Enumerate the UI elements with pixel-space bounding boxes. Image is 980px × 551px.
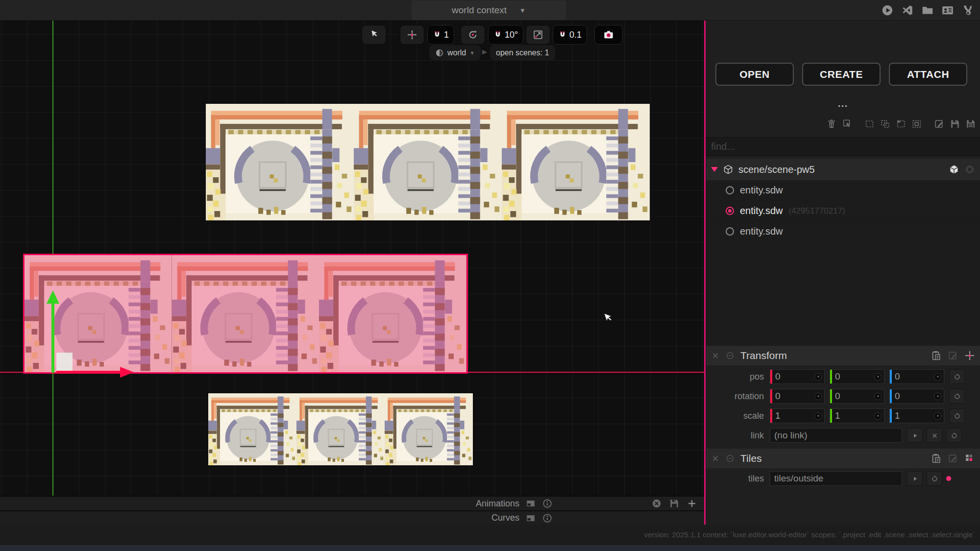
edit-icon[interactable] <box>934 119 945 129</box>
snap-rotate-button[interactable]: 10° <box>488 25 523 45</box>
curves-row[interactable]: Curves <box>0 510 704 525</box>
tile-strip-top[interactable] <box>206 104 650 220</box>
rotation-z-field[interactable]: 0 <box>889 389 944 404</box>
collapse-icon[interactable] <box>726 351 735 360</box>
reset-pos-button[interactable] <box>949 369 965 384</box>
luxe-logo-icon[interactable] <box>961 4 974 17</box>
curves-label: Curves <box>461 513 519 523</box>
snap-move-button[interactable]: 1 <box>427 25 454 45</box>
status-text: version: 2025.1.1 context: `luxe.editor.… <box>644 530 975 539</box>
rotation-x-field[interactable]: 0 <box>770 389 825 404</box>
tiles-grid-icon[interactable] <box>964 453 975 464</box>
close-circle-icon[interactable] <box>651 498 662 509</box>
drag-knob[interactable] <box>874 373 882 381</box>
select-inner-icon[interactable] <box>911 119 922 129</box>
animations-row[interactable]: Animations <box>0 496 704 510</box>
entity-row-selected[interactable]: entity.sdw (42951770217) <box>706 201 980 221</box>
drag-knob[interactable] <box>934 393 941 400</box>
open-button[interactable]: OPEN <box>715 63 794 86</box>
drag-knob[interactable] <box>934 412 941 420</box>
drag-knob[interactable] <box>814 412 822 420</box>
radio-icon[interactable] <box>726 186 734 194</box>
paste-icon[interactable] <box>931 453 942 464</box>
drag-knob[interactable] <box>874 393 882 400</box>
drag-knob[interactable] <box>934 373 941 381</box>
entity-row[interactable]: entity.sdw <box>706 221 980 242</box>
scene-root-row[interactable]: scene/scene-pw5 <box>706 159 980 180</box>
pos-y-field[interactable]: 0 <box>830 369 884 384</box>
trash-icon[interactable] <box>826 119 837 129</box>
world-selector[interactable]: world ▼ <box>429 45 481 60</box>
link-field[interactable]: (no link) <box>770 428 902 443</box>
paste-icon[interactable] <box>931 350 942 361</box>
tile-strip-bottom[interactable] <box>208 393 473 465</box>
overflow-menu[interactable]: ... <box>706 99 980 109</box>
link-clear-button[interactable] <box>927 428 942 443</box>
reset-scale-button[interactable] <box>949 408 965 423</box>
world-context-selector[interactable]: world context ▼ <box>412 0 566 20</box>
remove-component-icon[interactable] <box>711 454 720 463</box>
gizmo-x-arrow[interactable] <box>56 366 135 378</box>
play-circle-icon[interactable] <box>881 4 894 17</box>
radio-icon[interactable] <box>726 227 734 236</box>
id-card-icon[interactable] <box>941 4 954 17</box>
edit-icon[interactable] <box>948 350 958 361</box>
scale-z-field[interactable]: 1 <box>889 408 944 423</box>
save-all-icon[interactable] <box>965 119 976 129</box>
folder-icon[interactable] <box>921 4 934 17</box>
save-icon[interactable] <box>950 119 960 129</box>
scale-y-field[interactable]: 1 <box>830 408 884 423</box>
scale-x-field[interactable]: 1 <box>770 408 825 423</box>
gizmo-y-arrow[interactable] <box>46 290 60 374</box>
scale-icon <box>533 29 543 40</box>
pos-z-field[interactable]: 0 <box>889 369 944 384</box>
edit-icon[interactable] <box>948 453 958 464</box>
rotation-y-field[interactable]: 0 <box>830 389 884 404</box>
snap-scale-value: 0.1 <box>569 30 582 40</box>
snap-scale-button[interactable]: 0.1 <box>553 25 587 45</box>
drag-knob[interactable] <box>874 412 882 420</box>
drag-knob[interactable] <box>814 393 822 400</box>
entity-row[interactable]: entity.sdw <box>706 180 980 201</box>
collapse-icon[interactable] <box>726 454 735 463</box>
gizmo-icon[interactable] <box>964 350 975 361</box>
scale-tool-button[interactable] <box>526 25 550 45</box>
save-icon[interactable] <box>669 498 680 509</box>
panel-icon[interactable] <box>525 498 536 509</box>
panel-icon[interactable] <box>525 513 536 524</box>
reset-rotation-button[interactable] <box>949 389 965 404</box>
rotate-tool-button[interactable] <box>461 25 485 45</box>
remove-component-icon[interactable] <box>711 351 720 360</box>
drag-knob[interactable] <box>814 373 822 381</box>
move-icon <box>407 29 417 40</box>
world-viewport[interactable]: 1 10° 0.1 world ▼ ▶ open scenes: 1 <box>0 21 704 496</box>
select-corner-icon[interactable] <box>896 119 906 129</box>
reset-link-button[interactable] <box>946 428 962 443</box>
link-go-button[interactable] <box>907 428 923 443</box>
select-dashed-icon[interactable] <box>864 119 875 129</box>
close-scene-icon[interactable] <box>964 164 975 175</box>
pos-x-field[interactable]: 0 <box>770 369 825 384</box>
top-bar: world context ▼ <box>0 0 980 21</box>
tiles-field[interactable]: tiles/outside <box>770 471 902 486</box>
reset-tiles-button[interactable] <box>927 471 942 486</box>
info-icon[interactable] <box>542 498 553 509</box>
info-icon[interactable] <box>542 513 553 524</box>
expand-triangle-icon[interactable] <box>711 167 718 172</box>
vscode-icon[interactable] <box>901 4 914 17</box>
package-icon[interactable] <box>949 164 959 175</box>
tile-strip-selected[interactable] <box>23 254 468 374</box>
panel-divider[interactable] <box>704 21 706 525</box>
duplicate-icon[interactable] <box>842 119 853 129</box>
radio-selected-icon[interactable] <box>726 207 734 215</box>
attach-button[interactable]: ATTACH <box>889 63 967 86</box>
find-input[interactable] <box>706 137 980 156</box>
camera-button[interactable] <box>594 25 623 45</box>
select-tool-button[interactable] <box>362 25 386 45</box>
select-merge-icon[interactable] <box>880 119 891 129</box>
open-scenes-indicator[interactable]: open scenes: 1 <box>490 45 555 60</box>
tiles-go-button[interactable] <box>907 471 923 486</box>
create-button[interactable]: CREATE <box>802 63 881 86</box>
add-icon[interactable] <box>686 498 697 509</box>
move-tool-button[interactable] <box>400 25 424 45</box>
